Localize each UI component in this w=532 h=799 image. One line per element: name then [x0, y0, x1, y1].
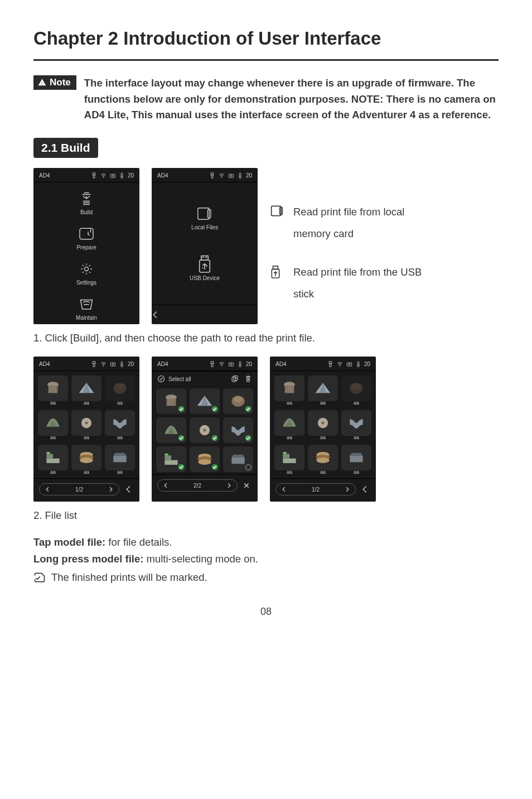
legend-usb: Read print file from the USB stick [270, 262, 438, 305]
select-all-label[interactable]: Select all [168, 376, 191, 382]
svg-point-106 [316, 458, 329, 463]
long-text: multi-selecting mode on. [143, 553, 258, 565]
file-thumb[interactable] [341, 445, 371, 470]
svg-point-47 [80, 458, 93, 463]
longpress-instruction: Long press model file: multi-selecting m… [33, 551, 499, 567]
svg-rect-18 [201, 256, 208, 260]
note-block: Note The interface layout may change whe… [33, 75, 499, 123]
finished-mark-icon [33, 572, 46, 583]
device-screen-file-list-marked: AD4 20 aaaaaaaaaaaaGaaaaaa 1/2 [270, 357, 376, 502]
file-thumb[interactable] [71, 410, 101, 436]
check-icon [245, 435, 252, 441]
svg-marker-108 [350, 453, 362, 456]
file-thumb[interactable] [341, 410, 371, 436]
temp-icon [238, 361, 243, 367]
file-thumb[interactable] [341, 376, 371, 401]
file-thumb[interactable] [156, 417, 186, 443]
file-thumb[interactable] [308, 410, 338, 436]
menu-build-label: Build [80, 209, 93, 215]
usb-status-icon [91, 172, 97, 179]
svg-point-11 [221, 177, 222, 177]
svg-point-67 [234, 397, 243, 402]
svg-rect-55 [239, 362, 241, 365]
svg-rect-101 [283, 454, 289, 458]
maintain-icon [78, 296, 95, 312]
svg-point-68 [245, 406, 252, 412]
svg-rect-86 [330, 364, 331, 367]
pager[interactable]: 2/2 [157, 479, 238, 492]
copy-icon[interactable] [231, 375, 239, 383]
usb-status-icon [209, 361, 215, 367]
check-icon [178, 464, 185, 470]
trash-icon[interactable] [244, 375, 252, 383]
back-button[interactable] [152, 305, 258, 324]
file-thumb[interactable] [190, 446, 220, 472]
pager[interactable]: 1/2 [275, 483, 356, 495]
file-thumb[interactable] [223, 388, 253, 414]
svg-rect-31 [121, 362, 123, 365]
chevron-right-icon [227, 483, 231, 488]
source-local-files[interactable]: Local Files [191, 201, 218, 236]
file-thumb[interactable] [71, 376, 101, 401]
legend-local: Read print file from local memory card [270, 201, 438, 245]
svg-rect-74 [165, 460, 177, 465]
file-thumb[interactable] [38, 376, 68, 401]
back-button[interactable] [361, 485, 370, 493]
wifi-icon [100, 361, 107, 367]
pager[interactable]: 1/2 [39, 483, 119, 495]
sd-card-icon [196, 205, 213, 222]
menu-prepare[interactable]: Prepare [76, 221, 96, 256]
wifi-icon [100, 172, 107, 179]
legend-local-text: Read print file from local memory card [293, 201, 438, 245]
svg-rect-7 [80, 228, 93, 239]
wifi-icon [219, 172, 225, 179]
select-all-icon[interactable] [157, 375, 165, 383]
chevron-left-icon [361, 485, 368, 493]
file-thumb[interactable] [38, 410, 68, 436]
svg-rect-27 [93, 364, 95, 367]
file-thumb[interactable] [308, 445, 338, 470]
file-thumb[interactable] [190, 388, 220, 414]
close-button[interactable] [243, 482, 252, 489]
svg-text:G: G [166, 454, 167, 456]
file-thumb[interactable] [223, 417, 253, 443]
svg-rect-10 [211, 175, 213, 179]
status-temp: 20 [128, 172, 134, 179]
prepare-icon [78, 225, 95, 242]
file-thumb[interactable] [223, 446, 253, 472]
source-usb-device[interactable]: USB Device [190, 252, 220, 287]
menu-maintain[interactable]: Maintain [76, 291, 97, 326]
back-button[interactable] [125, 485, 134, 493]
svg-point-54 [230, 364, 232, 365]
file-thumb[interactable] [274, 410, 304, 436]
svg-rect-29 [110, 363, 115, 366]
note-badge: Note [33, 75, 76, 90]
menu-settings[interactable]: Settings [76, 256, 96, 291]
svg-rect-21 [206, 257, 207, 258]
file-thumb[interactable] [71, 445, 101, 470]
menu-build[interactable]: Build [78, 186, 95, 221]
temp-icon [119, 361, 124, 367]
file-thumb[interactable] [308, 376, 338, 401]
file-thumb[interactable] [156, 388, 186, 414]
file-thumb[interactable] [190, 417, 220, 443]
tap-instruction: Tap model file: for file details. [33, 534, 499, 551]
chevron-left-icon [282, 487, 286, 492]
file-thumb[interactable] [274, 376, 304, 401]
wifi-icon [219, 361, 225, 367]
source-local-label: Local Files [191, 224, 218, 230]
page-title: Chapter 2 Introduction of User Interface [33, 28, 499, 49]
file-thumb[interactable]: G [38, 445, 68, 470]
status-temp: 20 [128, 361, 134, 367]
svg-rect-107 [350, 456, 362, 463]
file-thumb[interactable] [105, 410, 135, 436]
wifi-icon [337, 361, 343, 367]
svg-point-2 [103, 177, 104, 177]
file-thumb[interactable]: G [156, 446, 186, 472]
svg-point-65 [212, 406, 218, 412]
file-thumb[interactable]: G [274, 445, 304, 470]
file-thumb[interactable] [105, 445, 135, 470]
device-status-icons: 20 [209, 361, 252, 367]
status-temp: 20 [246, 361, 252, 367]
file-thumb[interactable] [105, 376, 135, 401]
